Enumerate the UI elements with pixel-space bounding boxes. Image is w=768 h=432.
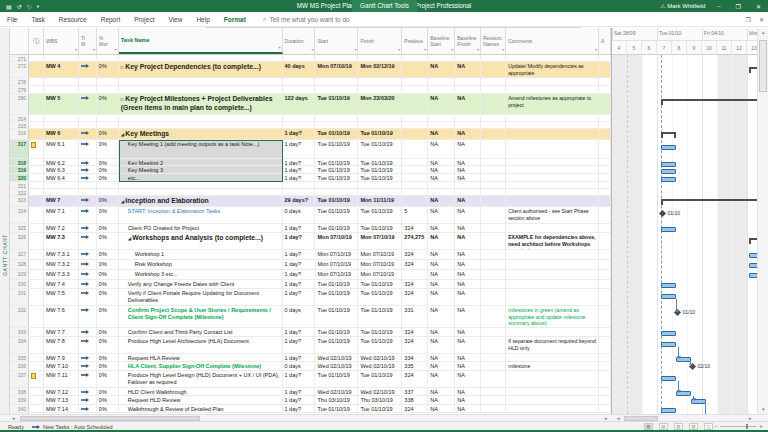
comments-cell[interactable]: [506, 354, 599, 361]
add-column-cell[interactable]: [599, 174, 611, 181]
task-name-cell[interactable]: Produce High Level Architecture (HLA) Do…: [119, 337, 283, 353]
filter-arrow-icon[interactable]: ▾: [477, 47, 479, 53]
task-name-cell[interactable]: [119, 55, 283, 61]
baseline-start-cell[interactable]: NA: [428, 166, 455, 173]
finish-cell[interactable]: Tue 01/10/19: [358, 140, 402, 158]
baseline-start-cell[interactable]: [428, 189, 455, 195]
wbs-cell[interactable]: MW 6.3: [44, 166, 79, 173]
resource-names-cell[interactable]: [481, 207, 506, 223]
row-number[interactable]: 324: [10, 207, 29, 223]
baseline-start-cell[interactable]: NA: [428, 362, 455, 370]
comments-cell[interactable]: [506, 174, 599, 181]
comments-cell[interactable]: EXAMPLE for dependencies above, need arc…: [506, 233, 599, 249]
baseline-start-cell[interactable]: NA: [428, 250, 455, 259]
zoom-slider[interactable]: [720, 426, 756, 427]
duration-cell[interactable]: 0 days: [283, 207, 316, 223]
percent-work-cell[interactable]: 0%: [97, 250, 119, 259]
expand-triangle-icon[interactable]: ▷: [121, 65, 124, 72]
qat-customize-icon[interactable]: ▾: [37, 4, 39, 9]
row-number[interactable]: 314: [10, 115, 29, 121]
add-column-cell[interactable]: [599, 196, 611, 206]
duration-cell[interactable]: 1 day?: [283, 159, 316, 165]
start-cell[interactable]: Mon 07/10/19: [316, 270, 359, 279]
comments-cell[interactable]: [506, 86, 599, 93]
task-name-cell[interactable]: Walkthrough & Review of Detailed Plan: [119, 405, 283, 412]
indicator-cell[interactable]: [29, 270, 44, 279]
finish-cell[interactable]: Mon 07/10/19: [358, 270, 402, 279]
filter-arrow-icon[interactable]: ▾: [311, 47, 313, 53]
resource-names-cell[interactable]: [481, 362, 506, 370]
percent-work-cell[interactable]: 0%: [97, 328, 119, 336]
comments-cell[interactable]: [506, 371, 599, 387]
baseline-finish-cell[interactable]: [455, 122, 481, 128]
baseline-finish-cell[interactable]: NA: [455, 140, 481, 158]
gantt-milestone-diamond[interactable]: [658, 210, 665, 217]
start-cell[interactable]: Tue 01/10/19: [315, 94, 358, 114]
gantt-task-bar[interactable]: [661, 145, 676, 150]
predecessors-cell[interactable]: 324: [402, 328, 428, 336]
task-mode-cell[interactable]: [79, 388, 97, 395]
resource-names-cell[interactable]: [481, 388, 506, 395]
finish-cell[interactable]: Tue 01/10/19: [358, 371, 402, 387]
predecessors-cell[interactable]: [402, 182, 428, 188]
wbs-cell[interactable]: MW 7.4: [44, 280, 79, 288]
task-mode-cell[interactable]: [79, 224, 97, 232]
indicator-cell[interactable]: [29, 140, 44, 158]
collapse-triangle-icon[interactable]: ◢: [121, 199, 124, 206]
start-cell[interactable]: [315, 78, 358, 85]
task-name-cell[interactable]: Confirm Project Scope & User Stories / R…: [119, 306, 283, 327]
baseline-finish-cell[interactable]: NA: [455, 362, 481, 370]
empty-row[interactable]: 322: [10, 189, 611, 196]
wbs-cell[interactable]: MW 6.2: [44, 159, 79, 165]
task-name-cell[interactable]: Request HLA Review: [119, 354, 283, 361]
start-cell[interactable]: Tue 01/10/19: [315, 328, 358, 336]
predecessors-cell[interactable]: [402, 196, 428, 206]
task-mode-cell[interactable]: [79, 159, 97, 165]
resource-names-cell[interactable]: [481, 159, 506, 165]
baseline-start-cell[interactable]: NA: [428, 129, 455, 139]
start-cell[interactable]: Tue 01/10/19: [315, 207, 358, 223]
duration-cell[interactable]: 1 day?: [283, 388, 316, 395]
baseline-start-cell[interactable]: NA: [428, 396, 455, 404]
add-column-cell[interactable]: [599, 260, 611, 269]
predecessors-cell[interactable]: 335: [402, 362, 428, 370]
task-mode-cell[interactable]: [79, 289, 97, 305]
add-column-cell[interactable]: [599, 78, 611, 85]
wbs-cell[interactable]: MW 4: [44, 62, 79, 77]
add-column-cell[interactable]: [599, 55, 611, 61]
filter-arrow-icon[interactable]: ▾: [398, 47, 400, 53]
collapse-triangle-icon[interactable]: ◢: [128, 236, 131, 243]
menu-tab-resource[interactable]: Resource: [52, 12, 94, 27]
resource-names-cell[interactable]: [481, 122, 506, 128]
row-number[interactable]: 322: [10, 189, 29, 195]
menu-tab-report[interactable]: Report: [94, 12, 128, 27]
baseline-finish-cell[interactable]: NA: [455, 405, 481, 412]
wbs-cell[interactable]: [44, 182, 79, 188]
baseline-finish-cell[interactable]: NA: [455, 270, 481, 279]
baseline-finish-cell[interactable]: [455, 115, 481, 121]
duration-cell[interactable]: [283, 55, 316, 61]
baseline-finish-cell[interactable]: NA: [455, 207, 481, 223]
duration-cell[interactable]: 1 day?: [283, 371, 316, 387]
indicator-cell[interactable]: [29, 207, 44, 223]
column-header-dur[interactable]: Duration▾: [283, 28, 316, 54]
start-cell[interactable]: [315, 115, 358, 121]
comments-cell[interactable]: [506, 250, 599, 259]
task-row-339[interactable]: 339MW 7.130%Request HLD Review1 day?Thu …: [10, 396, 611, 405]
wbs-cell[interactable]: [44, 189, 79, 195]
add-column-cell[interactable]: [599, 362, 611, 370]
add-column-cell[interactable]: [599, 166, 611, 173]
task-row-272[interactable]: 272MW 40%▷Key Project Dependencies (to c…: [10, 62, 611, 78]
gantt-task-bar[interactable]: [661, 408, 676, 413]
tell-me-search[interactable]: ⌕ Tell me what you want to do: [263, 15, 350, 23]
predecessors-cell[interactable]: 324: [402, 405, 428, 412]
task-name-cell[interactable]: Key Meeting 3: [119, 166, 283, 173]
menu-tab-project[interactable]: Project: [127, 12, 161, 27]
duration-cell[interactable]: 1 day?: [283, 250, 316, 259]
task-name-cell[interactable]: Key Meeting 1 (add meeting outputs as a …: [119, 140, 283, 158]
predecessors-cell[interactable]: [402, 94, 428, 114]
add-column-cell[interactable]: [599, 354, 611, 361]
start-cell[interactable]: [315, 55, 358, 61]
task-row-340[interactable]: 340MW 7.140%Walkthrough & Review of Deta…: [10, 405, 611, 413]
column-header-pct[interactable]: %Wor▾: [97, 28, 119, 54]
